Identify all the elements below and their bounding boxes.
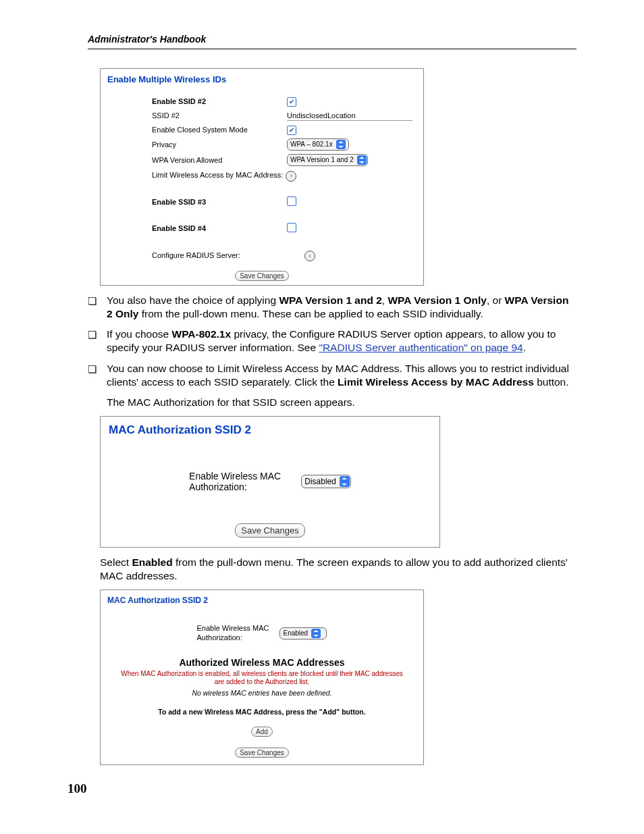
bullet-icon: ❏ [88, 294, 107, 321]
enable-mac-auth-label: Enable Wireless MACAuthorization: [189, 471, 281, 492]
mac-auth-ssid2-panel: MAC Authorization SSID 2 Enable Wireless… [100, 416, 440, 548]
chevron-updown-icon [357, 155, 367, 165]
mac-auth-ssid2-panel-expanded: MAC Authorization SSID 2 Enable Wireless… [100, 590, 424, 764]
list-item: ❏ If you choose WPA-802.1x privacy, the … [88, 328, 576, 355]
enable-ssid4-checkbox[interactable] [287, 223, 296, 232]
mac-auth-select[interactable]: Disabled [301, 475, 351, 488]
chevron-updown-icon [336, 140, 346, 149]
enable-multiple-wireless-ids-panel: Enable Multiple Wireless IDs Enable SSID… [100, 68, 424, 286]
wpa-version-label: WPA Version Allowed [101, 156, 287, 164]
page-number: 100 [68, 781, 87, 796]
add-button[interactable]: Add [251, 727, 273, 737]
no-entries-note: No wireless MAC entries have been define… [101, 686, 423, 705]
privacy-label: Privacy [101, 140, 287, 149]
paragraph: The MAC Authorization for that SSID scre… [107, 396, 576, 409]
bullet-icon: ❏ [88, 328, 107, 355]
panel1-title: Enable Multiple Wireless IDs [101, 69, 423, 94]
mac-auth-warning: When MAC Authorization is enabled, all w… [101, 670, 423, 686]
chevron-updown-icon [340, 476, 350, 487]
list-item: ❏ You also have the choice of applying W… [88, 294, 576, 321]
ssid2-input[interactable]: UndisclosedLocation [287, 111, 412, 121]
enable-mac-auth-label: Enable Wireless MACAuthorization: [197, 624, 269, 642]
configure-radius-label: Configure RADIUS Server: [101, 251, 287, 259]
enable-ssid2-label: Enable SSID #2 [101, 97, 287, 105]
closed-system-mode-checkbox[interactable] [287, 126, 296, 135]
paragraph: Select Enabled from the pull-down menu. … [100, 556, 576, 583]
enable-ssid3-label: Enable SSID #3 [101, 198, 287, 206]
privacy-select[interactable]: WPA – 802.1x [287, 138, 349, 151]
save-changes-button[interactable]: Save Changes [235, 271, 289, 281]
wpa-version-select[interactable]: WPA Version 1 and 2 [287, 154, 368, 166]
running-header: Administrator's Handbook [88, 34, 576, 49]
mac-auth-select-enabled[interactable]: Enabled [279, 627, 327, 640]
bullet-icon: ❏ [88, 362, 107, 389]
chevron-updown-icon [311, 629, 321, 638]
doc-bullet-list: ❏ You also have the choice of applying W… [88, 294, 576, 389]
enable-ssid2-checkbox[interactable] [287, 97, 296, 107]
ssid2-label: SSID #2 [101, 111, 287, 120]
panel2-title: MAC Authorization SSID 2 [101, 417, 439, 440]
limit-mac-label: Limit Wireless Access by MAC Address: [101, 171, 283, 179]
radius-link[interactable]: "RADIUS Server authentication" on page 9… [319, 342, 522, 353]
save-changes-button[interactable]: Save Changes [235, 748, 289, 758]
configure-radius-button[interactable]: › [304, 251, 315, 261]
list-item: ❏ You can now choose to Limit Wireless A… [88, 362, 576, 389]
authorized-mac-heading: Authorized Wireless MAC Addresses [101, 656, 423, 670]
save-changes-button[interactable]: Save Changes [235, 523, 304, 538]
add-instruction: To add a new Wireless MAC Address, press… [101, 705, 423, 724]
enable-ssid4-label: Enable SSID #4 [101, 224, 287, 232]
closed-system-mode-label: Enable Closed System Mode [101, 126, 287, 134]
panel3-title: MAC Authorization SSID 2 [101, 590, 423, 613]
enable-ssid3-checkbox[interactable] [287, 197, 296, 206]
limit-mac-button[interactable]: › [286, 171, 296, 182]
